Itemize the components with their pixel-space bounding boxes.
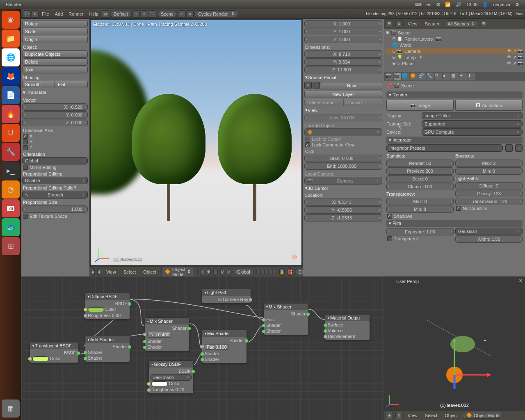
node-add-shader[interactable]: Add Shader Shader Shader Shader (85, 336, 130, 362)
display-dropdown[interactable]: Image Editor (422, 112, 523, 119)
preset-add-icon[interactable]: + (505, 144, 513, 152)
tab-world-icon[interactable]: 🌐 (402, 73, 409, 80)
shading-mode-icon[interactable] (197, 268, 198, 276)
manip-rotate-icon[interactable]: ↻ (220, 268, 224, 276)
orientation-vp[interactable]: Global (233, 269, 254, 275)
origin-button[interactable]: Origin (22, 36, 88, 43)
blender-icon[interactable]: ◔ (2, 180, 20, 199)
cursor-x[interactable]: X: 4.3141 (304, 199, 382, 206)
dim-x[interactable]: X: 8.718 (304, 50, 382, 58)
outliner-search-menu[interactable]: Search (422, 21, 442, 27)
gear-icon[interactable]: ⚙ (515, 2, 519, 7)
shadows-check[interactable]: Shadows (386, 213, 523, 219)
render-animation-button[interactable]: 🎞 Animation (455, 100, 523, 111)
chrome-icon[interactable]: 🌐 (2, 48, 20, 66)
mirror-editing[interactable]: Mirror Editing (22, 164, 88, 170)
mini-select-menu[interactable]: Select (422, 412, 440, 419)
menu-add[interactable]: Add (52, 11, 66, 17)
engine-selector[interactable]: Cycles Render⇕ (194, 10, 238, 17)
lock-to-cursor[interactable]: Lock to Cursor (304, 136, 382, 142)
translate-x[interactable]: X: -0.520 (22, 103, 88, 111)
transparent-check[interactable]: Transparent (386, 236, 454, 242)
device-dropdown[interactable]: GPU Compute (422, 128, 523, 136)
falloff-dropdown[interactable]: ∿ Smooth (22, 191, 88, 199)
writer-icon[interactable]: 📄 (2, 86, 20, 104)
calendar-icon[interactable]: 26 (2, 199, 20, 217)
close-region-icon[interactable]: ✕ (519, 278, 523, 283)
node-glossy-bsdf[interactable]: Glossy BSDF BSDF Beckmann Color Roughnes… (148, 361, 194, 394)
wifi-icon[interactable]: 📶 (445, 2, 451, 7)
terminal-icon[interactable]: ▸_ (2, 162, 20, 180)
keyboard-icon[interactable]: ⌨ (415, 2, 422, 7)
render-section-header[interactable]: Render (386, 91, 523, 98)
lock-camera-to-view[interactable]: Lock Camera to View (304, 142, 382, 148)
bounces-max[interactable]: Max: 2 (455, 160, 523, 167)
manip-scale-icon[interactable]: ⤢ (227, 268, 231, 276)
outliner-view-menu[interactable]: View (405, 21, 420, 27)
mode-selector[interactable]: 🔶 Object Mode ⇕ (161, 266, 194, 278)
menu-render[interactable]: Render (66, 11, 86, 17)
propsize-field[interactable]: 1.000 (22, 205, 88, 213)
lock-icon[interactable]: 🔒 (279, 268, 285, 276)
preset-remove-icon[interactable]: − (515, 144, 523, 152)
transmission-bounces[interactable]: Transmission: 128 (455, 198, 523, 205)
bounces-min[interactable]: Min: 0 (455, 167, 523, 175)
scale-z[interactable]: Z: 1.000 (304, 36, 382, 43)
files-icon[interactable]: 📁 (2, 30, 20, 48)
node-mix-shader-1[interactable]: Mix Shader Shader Fac 0.400 Shader Shade… (144, 317, 189, 351)
username[interactable]: negativa (493, 2, 510, 7)
gp-convert-button[interactable]: Convert (343, 99, 382, 106)
layout-selector[interactable]: Default (110, 11, 132, 17)
node-diffuse-bsdf[interactable]: Diffuse BSDF BSDF Color Roughness 0.00 (85, 293, 130, 320)
pivot-icon[interactable]: ⊙ (200, 268, 204, 276)
translate-header[interactable]: ▾ Translate (22, 89, 88, 96)
delete-button[interactable]: Delete (22, 58, 88, 66)
render-result[interactable]: Elapsed: 01:07.33 | Done | Path Tracing … (90, 20, 302, 266)
glossy-dist-dropdown[interactable]: Beckmann (151, 374, 192, 381)
scene-selector[interactable]: Scene (157, 11, 177, 17)
scene-breadcrumb[interactable]: Scene (401, 83, 414, 88)
no-caustics[interactable]: No Caustics (455, 205, 523, 211)
snap-icon[interactable]: 🧲 (287, 268, 292, 276)
volume-icon[interactable]: 🔊 (456, 2, 461, 7)
flat-button[interactable]: Flat (55, 81, 88, 88)
filter-width[interactable]: Width: 1.50 (455, 235, 523, 243)
clip-end[interactable]: End: 1000.000 (304, 162, 382, 170)
grease-pencil-header[interactable]: Grease Pencil (304, 74, 382, 81)
glossy-bounces[interactable]: Glossy: 128 (455, 190, 523, 197)
translate-y[interactable]: Y: 0.000 (22, 111, 88, 119)
constraint-y[interactable]: Y (22, 139, 88, 145)
node-translucent-bsdf[interactable]: Translucent BSDF BSDF Color (30, 342, 79, 363)
mini-view-menu[interactable]: View (405, 412, 420, 419)
manipulator-icon[interactable]: ✥ (207, 268, 211, 276)
outliner-world[interactable]: 🌐 World (386, 42, 523, 48)
integrator-header[interactable]: Integrator (386, 137, 523, 144)
cursor-y[interactable]: Y: -0.5006 (304, 206, 382, 214)
scale-y[interactable]: Y: 1.000 (304, 28, 382, 35)
workspace-icon[interactable]: ⊞ (2, 237, 20, 255)
tab-particles-icon[interactable]: ✦ (459, 73, 467, 80)
render-image-button[interactable]: 📷 Image (386, 100, 454, 111)
pin-icon[interactable]: 📌 (386, 83, 392, 88)
menu-toggle-icon[interactable]: ⇕ (31, 10, 39, 18)
exposure-field[interactable]: Exposure: 1.00 (386, 228, 454, 235)
orientation-dropdown[interactable]: Global (22, 157, 88, 164)
clip-start[interactable]: Start: 0.100 (304, 155, 382, 162)
tab-scene-icon[interactable]: 🎬 (394, 73, 401, 80)
add-gp-icon[interactable]: + (313, 82, 320, 89)
add-layout-icon[interactable]: + (132, 10, 140, 18)
dim-z[interactable]: Z: 11.809 (304, 66, 382, 73)
join-button[interactable]: Join (22, 66, 88, 73)
edit-texture-space[interactable]: Edit Texture Space (22, 213, 88, 219)
tab-material-icon[interactable]: ● (443, 73, 450, 80)
tab-physics-icon[interactable]: ⬇ (468, 73, 475, 80)
filter-dropdown[interactable]: Gaussian (455, 228, 523, 235)
tab-object-icon[interactable]: 🔶 (410, 73, 418, 80)
tab-modifier-icon[interactable]: 🔧 (427, 73, 434, 80)
lock-object-field[interactable]: 🔶 (304, 128, 382, 136)
mini-editor-type-icon[interactable]: ◈ (386, 412, 393, 419)
propedit-dropdown[interactable]: Disable (22, 177, 88, 184)
firefox-icon[interactable]: 🦊 (2, 67, 20, 85)
outliner-type-icon[interactable]: ☰ (386, 20, 393, 27)
node-mix-shader-3[interactable]: Mix Shader Shader Fac Shader Shader (263, 303, 308, 335)
